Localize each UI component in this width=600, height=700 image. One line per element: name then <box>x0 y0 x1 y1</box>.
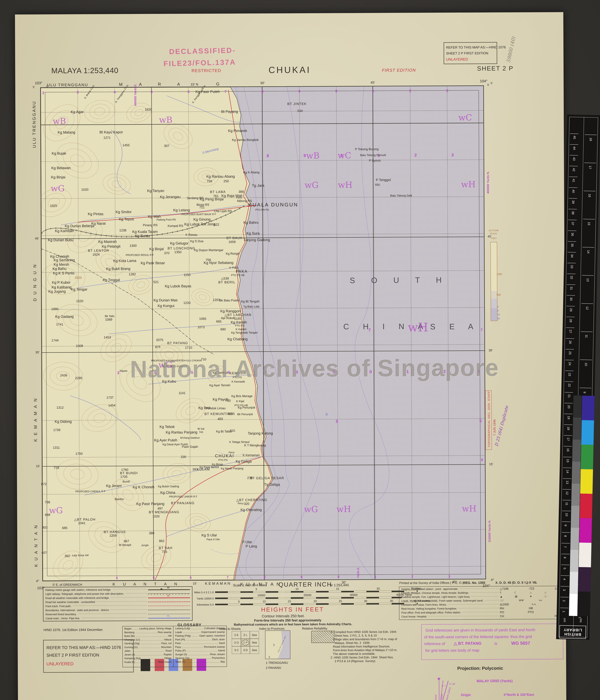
glossary-entry: Gunong (G)Mountain <box>123 646 173 649</box>
grid-ref-line1: Grid references are given in thousands o… <box>425 628 535 632</box>
legend-row-label: Railway metre gauge with station, milest… <box>45 588 111 592</box>
symbol-sample: HB <box>529 606 533 610</box>
map-label: 30 <box>497 314 500 316</box>
symbol-sample: ΨΨ <box>519 599 524 602</box>
index-sheet-cell: 2 L <box>241 631 250 639</box>
glossary-entry: Changkat (Ct)Hillock <box>123 638 173 642</box>
legend-symbol-canal: PL <box>148 617 190 619</box>
contour-interval-note: Contour Intervals 250 feet. <box>262 614 305 618</box>
map-label: KUANTAN <box>34 522 38 567</box>
compilation-notes: 1. Compiled from HIND 1035 Series 1st Ed… <box>331 630 397 663</box>
scale-ratio: or 1:253,440. <box>330 583 350 587</box>
map-label: 7 JUN 1946 <box>493 420 496 436</box>
scalebar <box>215 597 401 599</box>
declassified-stamp-line2: FILE23/FOL.137A <box>163 58 236 67</box>
formline-interval-note: Form-line Intervals 250 feet approximate… <box>254 619 321 622</box>
province-1: 1 <box>273 644 275 646</box>
compilation-note-line: 2. HIND 1035 Series 2nd Edn. 1944 Sheet … <box>331 655 397 659</box>
scalebar-tick: 5 <box>238 600 240 603</box>
symbol-sample: CH <box>500 615 504 618</box>
calibration-patch <box>581 420 594 445</box>
topo-section-stamp-box <box>485 391 492 450</box>
scalebar-prefix: Kilometres 5 0 <box>197 603 214 606</box>
legend-row-label: Reserved forest boundary. <box>45 612 77 616</box>
glossary-entry: Sungei (S)River, stream <box>174 653 227 657</box>
magnetic-north-label: Magnetic North (1942) <box>443 687 451 700</box>
reliability-caption: Relative Reliability. <box>302 627 328 630</box>
sheet-number: SHEET 2 P <box>477 65 513 72</box>
reg-number: REG. No. 1355 <box>463 581 485 584</box>
grid-ref-value: WG 5657 <box>511 641 530 646</box>
symbol-sample: ·723 <box>528 587 534 590</box>
heights-title: HEIGHTS IN FEET <box>261 606 324 612</box>
legend-row: Road fair weather motorable : unclassifi… <box>43 599 192 604</box>
map-label: 0 <box>497 306 498 308</box>
legend-symbol-road: 30 <box>148 596 190 599</box>
legend-symbol-bound <box>148 608 190 611</box>
map-label: 45' <box>370 81 375 84</box>
glossary-entry: Jeram (J)Rapids <box>123 653 173 657</box>
index-sheet-cell: Sea <box>250 646 259 654</box>
printer-imprint: Printed at the Survey of India Offices (… <box>399 581 463 585</box>
map-label: 4° <box>36 579 39 583</box>
scalebar-tick: 20 <box>314 600 317 603</box>
map-label: A <box>139 82 142 86</box>
compilation-note-line: Village sites and boundaries from 1"=6 m… <box>331 637 397 641</box>
map-label: 4° <box>491 578 494 581</box>
map-label: 15' <box>193 582 197 585</box>
map-label: 15' <box>36 465 40 468</box>
symbol-sample: ∷∷ <box>500 599 503 602</box>
british-library-text: BRITISH LIBRARY <box>560 627 585 637</box>
glossary-entry: Kampong (Kg)Village <box>123 657 173 661</box>
glossary-entry: Pulau (P)Island <box>174 649 227 653</box>
scalebar <box>215 603 418 605</box>
origin-label: Origin <box>461 693 471 697</box>
legend-row-label: Canal main : minor. Pipe line. <box>46 617 80 620</box>
compilation-note-line: The above material is unreliable. <box>331 652 397 656</box>
refer-box-top: REFER TO THIS MAP AS:—HIND 1076 SHEET 2 … <box>444 42 497 64</box>
map-label: ULU TRENGGANU <box>47 83 88 87</box>
glossary-entry: Padang (Pdg)Open space, moorland <box>174 634 227 638</box>
symbol-sample: ⊠ <box>515 595 517 598</box>
refer-box-line3: UNLAYERED <box>446 57 468 61</box>
calibration-patch <box>578 567 591 592</box>
glossary-entry: Ladang (Ldg)Cultivated clearing <box>174 627 227 631</box>
series-title: MALAYA 1:253,440 <box>51 67 119 74</box>
map-label: 5' <box>491 82 493 84</box>
symbol-sample: ☾ <box>514 591 517 594</box>
glossary-entry: Genting (Gtg)Pass, col <box>123 642 173 646</box>
map-label: 400000 Yards N. <box>486 171 490 194</box>
malay-grid-title: MALAY GRID (Yards) <box>477 679 513 683</box>
true-north-line <box>439 680 440 700</box>
compilation-note-line: Road information from Intelligence Sourc… <box>331 645 397 649</box>
symbol-sample: ☆ <box>544 595 547 598</box>
map-label: R <box>158 82 161 86</box>
scalebar-tick: 5 <box>256 588 257 591</box>
legend-symbol-roadd <box>148 600 190 603</box>
true-north-label: True North <box>435 694 437 700</box>
origin-value: 4°North & 102°East <box>503 693 534 696</box>
compilation-note-line: 2 P/13 & 14 (Rigorous Survey) <box>331 659 397 663</box>
map-label: 5' <box>33 86 35 89</box>
pencil-accession-number: 59800 (40) <box>506 36 516 63</box>
refer-box-line2: SHEET 2 P FIRST EDITION <box>446 51 488 55</box>
province-2: 2 <box>268 656 270 658</box>
refer-bottom-line2: SHEET 2 P FIRST EDITION <box>47 653 99 657</box>
legend-row-label: Light railway. Telegraph, telephone and … <box>45 592 124 596</box>
index-sheet-cell: 3 D <box>241 646 250 654</box>
calibration-patch <box>578 592 591 616</box>
symbol-sample: ≈≈ <box>539 599 542 602</box>
legend-row-label: Road all weather motorable with mileston… <box>45 596 109 600</box>
scalebar-tick: 25 <box>339 599 342 603</box>
symbols-box: Heights, triangulated station : point : … <box>399 586 564 620</box>
edition-label: FIRST EDITION <box>382 68 416 72</box>
archive-watermark: National Archives of Singapore <box>37 354 592 383</box>
glossary-entry: PasirSand <box>174 642 227 646</box>
map-label: 6 <box>497 310 499 312</box>
legend-row-label: Road fair weather motorable : unclassifi… <box>45 600 95 604</box>
map-label: 30' <box>260 81 264 85</box>
glossary-entry: Parit (Pt)Ditch, drain <box>174 638 227 642</box>
province-legend-2: 2 PAHANG <box>266 666 281 669</box>
true-north-star-icon: ★ <box>437 677 441 681</box>
edition-note: HIND 1076. 1st Edition 1944 December. <box>44 628 103 632</box>
